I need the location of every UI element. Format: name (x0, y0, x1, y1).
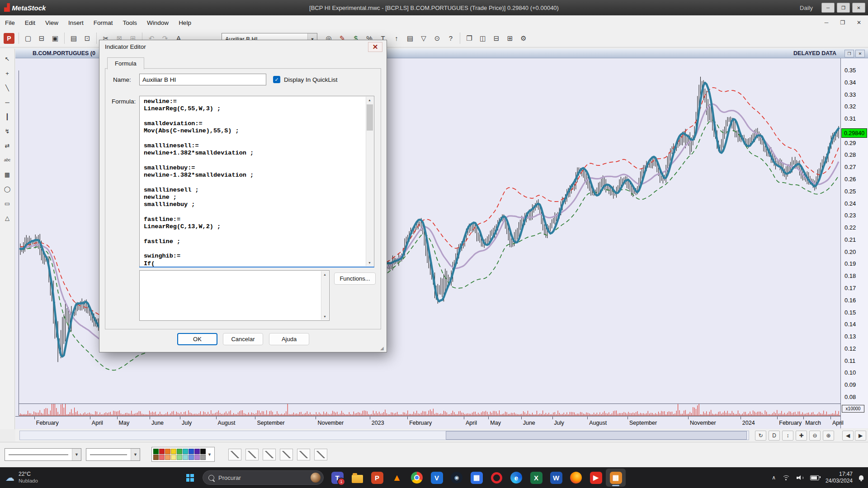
layout-grid-icon[interactable]: ⊞ (503, 32, 517, 44)
color-swatch[interactable] (177, 455, 182, 460)
tile-vertical-icon[interactable]: ⊟ (490, 32, 503, 44)
tile-horizontal-icon[interactable]: ◫ (476, 32, 490, 44)
zigzag-tool[interactable]: ↯ (2, 126, 13, 136)
refresh-button[interactable]: ↻ (755, 431, 766, 441)
chrome-icon[interactable] (407, 469, 427, 487)
pointer-tool[interactable]: ↖ (2, 53, 13, 64)
firefox-icon[interactable] (566, 469, 586, 487)
chevron-up-icon[interactable]: ∧ (772, 474, 776, 481)
chart-tool-button-1[interactable] (228, 449, 241, 460)
wifi-icon[interactable] (782, 475, 790, 481)
maximize-button[interactable]: ❐ (837, 3, 850, 13)
menu-file[interactable]: File (0, 17, 20, 29)
resize-grip[interactable]: ◢ (380, 346, 386, 351)
search-input[interactable]: Procurar (203, 470, 324, 485)
text-tool[interactable]: abc (2, 155, 13, 165)
pan-button[interactable]: ✚ (796, 431, 807, 441)
arrow-up-icon[interactable]: ↑ (390, 32, 403, 44)
color-swatch[interactable] (183, 449, 188, 454)
ok-button[interactable]: OK (177, 333, 217, 345)
vlc-icon[interactable]: ▲ (387, 469, 407, 487)
color-swatch[interactable] (189, 455, 194, 460)
help-icon[interactable]: ? (444, 32, 458, 44)
color-swatch[interactable] (194, 455, 200, 460)
chart-close-icon[interactable]: ✕ (855, 50, 865, 57)
print-icon[interactable]: ▤ (67, 32, 80, 44)
scroll-right-button[interactable]: ▶ (855, 431, 866, 441)
expand-tool[interactable]: ⇄ (2, 140, 13, 151)
zoom-in-button[interactable]: ⊕ (823, 431, 834, 441)
color-swatch[interactable] (183, 455, 188, 460)
minimize-button[interactable]: ─ (821, 3, 835, 13)
chart-hscrollbar[interactable] (19, 431, 749, 440)
mdi-restore-icon[interactable]: ❐ (837, 18, 848, 28)
color-swatch[interactable] (177, 449, 182, 454)
settings-gear-icon[interactable]: ⚙ (517, 32, 530, 44)
chart-tool-button-6[interactable] (314, 449, 327, 460)
open-icon[interactable]: ⊟ (35, 32, 48, 44)
scroll-down-icon[interactable]: ▼ (321, 313, 328, 320)
line-weight-combobox[interactable]: ▼ (86, 448, 140, 461)
close-button[interactable]: ✕ (852, 3, 865, 13)
price-scale[interactable]: 0.29840 x10000 0.350.340.330.320.310.290… (840, 58, 868, 428)
report-icon[interactable]: ▤ (403, 32, 417, 44)
powerpoint-icon[interactable]: P (367, 469, 387, 487)
zoom-icon[interactable]: ⊙ (430, 32, 444, 44)
color-swatch[interactable] (165, 455, 170, 460)
visual-studio-icon[interactable]: V (427, 469, 447, 487)
edge-icon[interactable]: e (506, 469, 526, 487)
triangle-tool[interactable]: △ (2, 212, 13, 223)
color-swatch[interactable] (159, 449, 165, 454)
vertical-line-tool[interactable]: ┃ (2, 111, 13, 122)
formula-editor[interactable]: newline:= LinearReg(C,55,W,3) ; smalldev… (139, 96, 374, 267)
print-preview-icon[interactable]: ⊡ (80, 32, 94, 44)
dialog-titlebar[interactable]: Indicator Editor (99, 40, 387, 53)
color-swatch[interactable] (153, 449, 159, 454)
zoom-out-button[interactable]: ⊖ (809, 431, 821, 441)
chart-tool-button-2[interactable] (245, 449, 259, 460)
scrollbar-thumb[interactable] (367, 104, 373, 131)
formula-scrollbar[interactable]: ▲ ▼ (366, 97, 373, 266)
teams-icon[interactable]: T1 (327, 469, 347, 487)
help-button[interactable]: Ajuda (269, 333, 309, 345)
cancel-button[interactable]: Cancelar (223, 333, 263, 345)
opera-icon[interactable] (486, 469, 506, 487)
chart-tool-button-5[interactable] (297, 449, 310, 460)
save-icon[interactable]: ▣ (48, 32, 62, 44)
menu-window[interactable]: Window (142, 17, 174, 29)
menu-help[interactable]: Help (174, 17, 196, 29)
line-style-combobox[interactable]: ▼ (5, 448, 81, 461)
chart-tool-button-4[interactable] (280, 449, 293, 460)
grid-tool[interactable]: ▦ (2, 169, 13, 180)
chevron-down-icon[interactable]: ▼ (208, 452, 212, 457)
periodicity-daily-button[interactable]: D (769, 431, 780, 441)
color-swatch[interactable] (171, 449, 176, 454)
chart-restore-icon[interactable]: ❐ (844, 50, 854, 57)
new-chart-icon[interactable]: ▢ (21, 32, 35, 44)
color-swatch[interactable] (153, 455, 159, 460)
color-swatch[interactable] (194, 449, 200, 454)
menu-view[interactable]: View (40, 17, 63, 29)
menu-insert[interactable]: Insert (63, 17, 89, 29)
scroll-left-button[interactable]: ◀ (842, 431, 854, 441)
formula-splitter[interactable] (139, 267, 374, 267)
color-swatch[interactable] (171, 455, 176, 460)
steam-icon[interactable]: ◉ (447, 469, 467, 487)
microsoft-store-icon[interactable]: ▦ (467, 469, 486, 487)
hscrollbar-thumb[interactable] (446, 431, 747, 440)
trendline-tool[interactable]: ╲ (2, 82, 13, 93)
formula-text[interactable]: newline:= LinearReg(C,55,W,3) ; smalldev… (140, 96, 374, 267)
vertical-fit-button[interactable]: ↕ (782, 431, 793, 441)
tab-formula[interactable]: Formula (107, 57, 144, 70)
chevron-down-icon[interactable]: ▼ (72, 449, 81, 460)
excel-icon[interactable]: X (526, 469, 546, 487)
notes-scrollbar[interactable]: ▲ ▼ (321, 271, 329, 320)
color-swatch[interactable] (159, 455, 165, 460)
weather-widget[interactable]: ☁ 22°C Nublado (5, 467, 38, 488)
indicator-name-input[interactable] (139, 74, 266, 85)
menu-edit[interactable]: Edit (20, 17, 40, 29)
start-button[interactable] (181, 469, 199, 487)
quicklist-checkbox[interactable]: ✓ (273, 76, 280, 83)
battery-icon[interactable] (810, 475, 819, 480)
clock[interactable]: 17:47 24/03/2024 (826, 471, 853, 484)
